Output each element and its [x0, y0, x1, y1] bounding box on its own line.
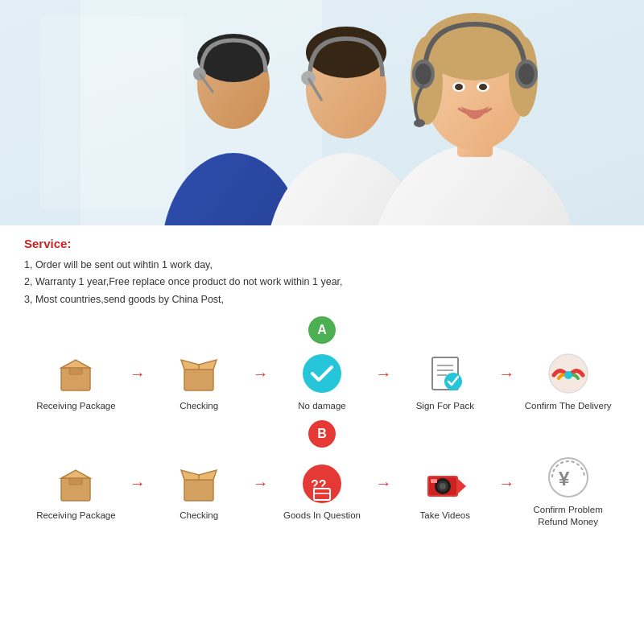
svg-text:??: ??	[311, 478, 327, 492]
question-box-icon: ??	[298, 461, 346, 506]
svg-marker-62	[458, 479, 466, 493]
service-list: 1, Order will be sent out wihtin 1 work …	[24, 257, 620, 308]
svg-marker-30	[61, 360, 90, 368]
flow-label-b5: Confirm ProblemRefund Money	[533, 504, 602, 528]
flow-section-a: A Receiving Package →	[24, 316, 620, 412]
svg-rect-47	[69, 478, 82, 485]
flow-row-a: Receiving Package → Checking →	[24, 352, 620, 412]
svg-point-36	[303, 354, 341, 393]
flow-item-a2: Checking	[147, 352, 251, 412]
flow-label-b2: Checking	[180, 510, 218, 522]
svg-rect-28	[0, 0, 644, 225]
flow-label-a3: No damage	[298, 400, 345, 412]
flow-item-b5: ¥ Confirm ProblemRefund Money	[516, 456, 620, 528]
arrow-a4: →	[498, 365, 514, 383]
flow-item-a4: Sign For Pack	[393, 352, 497, 412]
svg-rect-33	[184, 369, 213, 390]
flow-label-a4: Sign For Pack	[416, 400, 474, 412]
badge-b: B	[308, 420, 336, 448]
handshake-icon	[544, 352, 592, 396]
arrow-a2: →	[253, 365, 269, 383]
flow-item-b1: Receiving Package	[24, 461, 128, 522]
flow-label-b3: Goods In Question	[283, 510, 361, 522]
svg-rect-49	[184, 480, 213, 501]
flow-item-b4: Take Videos	[393, 461, 497, 522]
service-item-3: 3, Most countries,send goods by China Po…	[24, 291, 620, 308]
svg-marker-46	[61, 470, 90, 478]
arrow-b1: →	[130, 474, 146, 493]
box-closed-icon	[52, 352, 100, 396]
flow-row-b: Receiving Package → Checking →	[24, 456, 620, 528]
flow-badge-a: A	[24, 316, 620, 344]
sign-document-icon	[421, 352, 469, 396]
flow-label-b1: Receiving Package	[36, 510, 115, 522]
yen-circle-icon: ¥	[544, 456, 592, 500]
svg-rect-31	[69, 368, 82, 374]
flow-item-b3: ?? Goods In Question	[270, 461, 374, 522]
flow-label-a1: Receiving Package	[36, 400, 115, 412]
svg-rect-61	[431, 479, 437, 483]
flow-section-b: B Receiving Package →	[24, 420, 620, 528]
svg-point-60	[440, 483, 446, 489]
service-title: Service:	[24, 237, 620, 250]
arrow-b3: →	[375, 474, 391, 493]
flow-label-a2: Checking	[180, 400, 218, 412]
arrow-a1: →	[130, 365, 146, 383]
box-open-icon-b	[175, 461, 223, 506]
flow-item-a1: Receiving Package	[24, 352, 128, 412]
flow-item-a5: Confirm The Delivery	[516, 352, 620, 412]
badge-a: A	[308, 316, 336, 344]
svg-text:¥: ¥	[559, 468, 570, 489]
box-open-icon-a	[175, 352, 223, 396]
arrow-b4: →	[498, 474, 514, 493]
flow-item-b2: Checking	[147, 461, 251, 522]
box-closed-icon-b	[52, 461, 100, 506]
arrow-b2: →	[253, 474, 269, 493]
camera-icon	[421, 461, 469, 506]
flow-item-a3: No damage	[270, 352, 374, 412]
svg-point-44	[564, 371, 572, 379]
flow-badge-b: B	[24, 420, 620, 448]
content-area: Service: 1, Order will be sent out wihti…	[0, 225, 644, 539]
checkmark-circle-icon	[298, 352, 346, 396]
service-item-2: 2, Warranty 1 year,Free replace once pro…	[24, 274, 620, 291]
arrow-a3: →	[375, 365, 391, 383]
flow-label-b4: Take Videos	[420, 510, 470, 522]
flow-label-a5: Confirm The Delivery	[525, 400, 612, 412]
header-image	[0, 0, 644, 225]
service-item-1: 1, Order will be sent out wihtin 1 work …	[24, 257, 620, 274]
